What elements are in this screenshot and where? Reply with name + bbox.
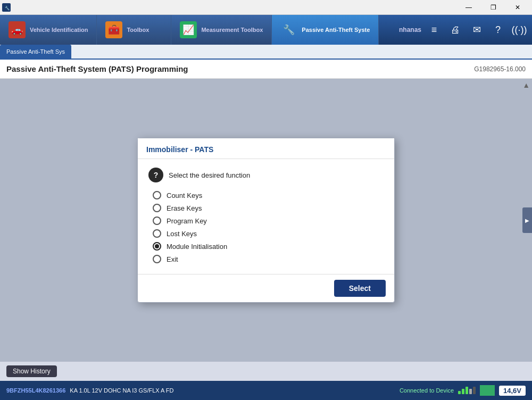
email-icon[interactable]: ✉ <box>468 21 485 38</box>
radio-exit-label: Exit <box>167 255 178 263</box>
radio-list: Count Keys Erase Keys Program Key Lost K… <box>153 191 384 263</box>
dialog-body: ? Select the desired function Count Keys… <box>138 159 394 274</box>
radio-exit-circle <box>153 255 161 263</box>
vehicle-id-icon: 🚗 <box>9 21 26 38</box>
signal-bar-5 <box>473 387 476 394</box>
dialog-question: ? Select the desired function <box>148 168 384 182</box>
show-history-button[interactable]: Show History <box>6 365 57 377</box>
radio-module-init[interactable]: Module Initialisation <box>153 242 384 251</box>
connection-icon <box>480 385 495 396</box>
radio-program-key-circle <box>153 216 161 225</box>
radio-count-keys-label: Count Keys <box>167 191 202 199</box>
radio-module-init-circle <box>153 242 161 251</box>
radio-erase-keys[interactable]: Erase Keys <box>153 204 384 212</box>
radio-erase-keys-circle <box>153 204 161 212</box>
dialog-title: Immobiliser - PATS <box>146 145 213 154</box>
radio-count-keys-circle <box>153 191 161 199</box>
title-bar: 🔧 — ❐ ✕ <box>0 0 532 15</box>
tab-bar: Passive Anti-Theft Sys <box>0 45 532 60</box>
signal-bar-1 <box>458 391 461 394</box>
print-icon[interactable]: 🖨 <box>447 21 464 38</box>
page-title-bar: Passive Anti-Theft System (PATS) Program… <box>0 60 532 79</box>
dialog: Immobiliser - PATS ? Select the desired … <box>137 138 395 303</box>
nav-tab-measurement[interactable]: 📈 Measurement Toolbox <box>171 15 272 45</box>
wifi-icon[interactable]: ((·)) <box>511 21 528 38</box>
bottom-bar: Show History <box>0 362 532 381</box>
pats-icon: 🔧 <box>280 21 297 38</box>
toolbox-icon: 🧰 <box>105 21 122 38</box>
maximize-button[interactable]: ❐ <box>481 0 505 15</box>
radio-lost-keys[interactable]: Lost Keys <box>153 229 384 238</box>
question-icon: ? <box>148 168 163 182</box>
signal-bar-3 <box>466 387 468 394</box>
page-title: Passive Anti-Theft System (PATS) Program… <box>6 64 188 73</box>
dialog-header: Immobiliser - PATS <box>138 138 394 159</box>
nav-tab-toolbox[interactable]: 🧰 Toolbox <box>97 15 171 45</box>
nav-tab-vehicle-label: Vehicle Identification <box>30 27 88 33</box>
radio-program-key[interactable]: Program Key <box>153 216 384 225</box>
status-car: KA 1.0L 12V DOHC NA I3 GS/FLX A FD <box>70 387 173 394</box>
title-bar-left: 🔧 <box>2 3 11 12</box>
status-left: 9BFZH55L4K8261366 KA 1.0L 12V DOHC NA I3… <box>6 387 174 394</box>
nav-tab-measurement-label: Measurement Toolbox <box>201 27 263 33</box>
menu-icon[interactable]: ≡ <box>426 21 443 38</box>
radio-module-init-label: Module Initialisation <box>167 243 227 251</box>
minimize-button[interactable]: — <box>456 0 481 15</box>
nav-right: nhanas ≡ 🖨 ✉ ? ((·)) <box>399 15 532 45</box>
main-content: ▲ Immobiliser - PATS ? Select the desire… <box>0 79 532 362</box>
measurement-icon: 📈 <box>180 21 197 38</box>
title-bar-controls: — ❐ ✕ <box>456 0 530 15</box>
nav-bar: 🚗 Vehicle Identification 🧰 Toolbox 📈 Mea… <box>0 15 532 45</box>
status-bar: 9BFZH55L4K8261366 KA 1.0L 12V DOHC NA I3… <box>0 381 532 400</box>
nav-tab-pats[interactable]: 🔧 Passive Anti-Theft Syste <box>272 15 379 45</box>
nav-tab-vehicle-id[interactable]: 🚗 Vehicle Identification <box>0 15 97 45</box>
voltage-display: 14,6V <box>499 386 526 396</box>
dialog-footer: Select <box>138 274 394 302</box>
signal-bar-2 <box>462 389 464 394</box>
app-icon: 🔧 <box>2 3 11 12</box>
active-tab[interactable]: Passive Anti-Theft Sys <box>0 45 71 59</box>
page-code: G1982965-16.000 <box>474 65 526 73</box>
question-text: Select the desired function <box>169 171 250 179</box>
signal-bars <box>458 387 476 394</box>
radio-count-keys[interactable]: Count Keys <box>153 191 384 199</box>
scroll-indicator: ▲ <box>522 81 530 89</box>
help-icon[interactable]: ? <box>489 21 506 38</box>
close-button[interactable]: ✕ <box>505 0 530 15</box>
radio-program-key-label: Program Key <box>167 217 207 225</box>
nav-tab-pats-label: Passive Anti-Theft Syste <box>302 27 370 33</box>
select-button[interactable]: Select <box>334 280 386 297</box>
nav-tab-toolbox-label: Toolbox <box>127 27 149 33</box>
radio-lost-keys-circle <box>153 229 161 238</box>
radio-lost-keys-label: Lost Keys <box>167 230 197 238</box>
signal-bar-4 <box>469 389 472 394</box>
status-right: Connected to Device 14,6V <box>400 385 526 396</box>
status-vin: 9BFZH55L4K8261366 <box>6 387 65 394</box>
nav-user: nhanas <box>399 26 421 34</box>
side-expand-button[interactable]: ▶ <box>522 207 532 233</box>
svg-text:🔧: 🔧 <box>5 5 10 10</box>
radio-exit[interactable]: Exit <box>153 255 384 263</box>
radio-erase-keys-label: Erase Keys <box>167 204 202 212</box>
status-connected-text: Connected to Device <box>400 387 454 394</box>
